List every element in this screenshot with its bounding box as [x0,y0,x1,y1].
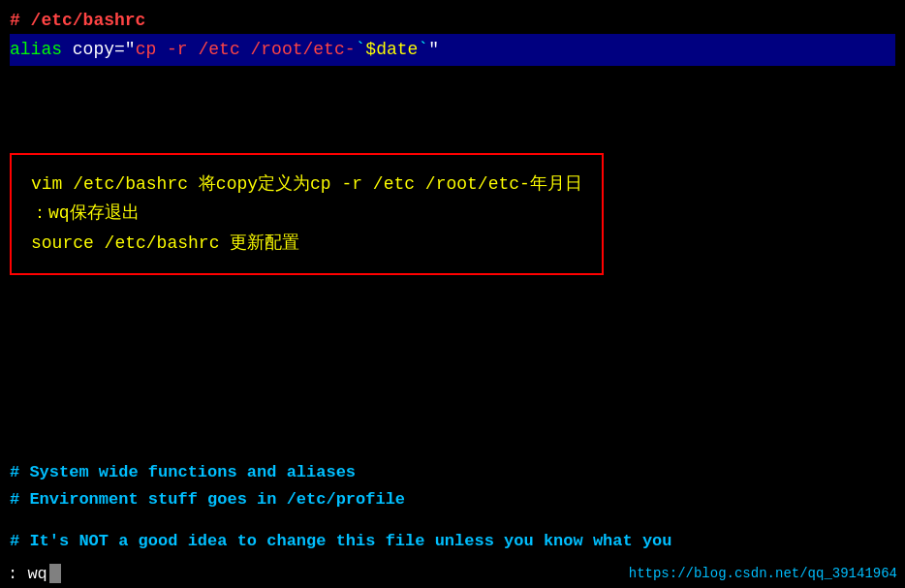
alias-space [240,40,251,59]
alias-keyword: alias [10,40,62,59]
header-comment: # /etc/bashrc [10,8,895,34]
alias-line: alias copy="cp -r /etc /root/etc-`$date`… [10,34,895,66]
vim-cursor [49,564,61,583]
system-comment-1: # System wide functions and aliases [10,459,895,485]
alias-date-var: $date [365,40,418,59]
main-content: # /etc/bashrc alias copy="cp -r /etc /ro… [0,0,905,588]
alias-equals: = [114,40,125,59]
alias-quote-open: " [125,40,136,59]
empty-space-1 [10,66,895,124]
alias-path2: /root/etc- [251,40,356,59]
alias-flags: -r [156,40,187,59]
not-good-line: # It's NOT a good idea to change this fi… [10,528,895,554]
alias-backtick-open: ` [356,40,366,59]
vim-command-text: : wq [8,565,47,583]
alias-cp: cp [136,40,157,59]
alias-backtick-close: ` [418,40,428,59]
alias-name: copy [62,40,114,59]
spacer [10,512,895,520]
header-comment-text: # /etc/bashrc [10,11,145,30]
bottom-section: # System wide functions and aliases # En… [10,459,895,554]
info-box: vim /etc/bashrc 将copy定义为cp -r /etc /root… [10,153,604,275]
vim-command[interactable]: : wq [8,564,61,583]
alias-path1: /etc [188,40,240,59]
empty-space-2 [10,285,895,382]
alias-quote-close: " [428,40,439,59]
info-line-3: source /etc/bashrc 更新配置 [31,229,582,259]
system-comment-2: # Environment stuff goes in /etc/profile [10,486,895,512]
info-line-1: vim /etc/bashrc 将copy定义为cp -r /etc /root… [31,170,582,200]
info-line-2: ：wq保存退出 [31,199,582,229]
url-text: https://blog.csdn.net/qq_39141964 [629,566,897,581]
status-bar: : wq https://blog.csdn.net/qq_39141964 [0,559,905,588]
